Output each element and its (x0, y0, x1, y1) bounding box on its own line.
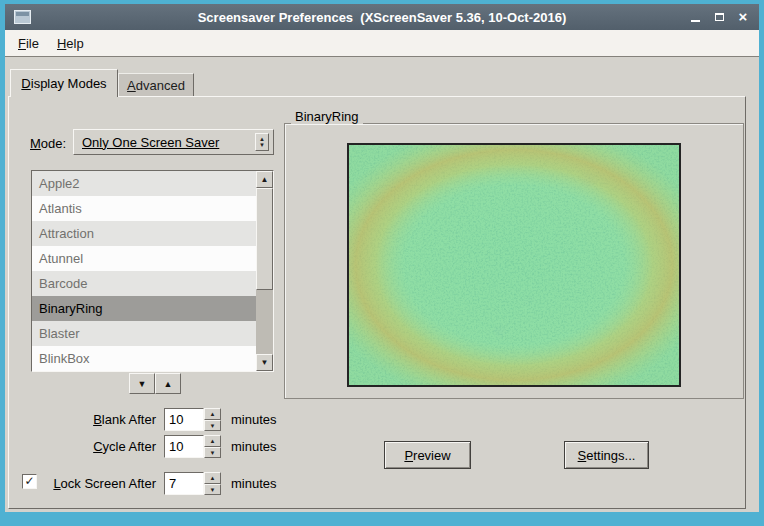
move-down-button[interactable]: ▼ (129, 373, 155, 394)
preview-button-label: Preview (404, 448, 450, 463)
list-item[interactable]: BinaryRing (32, 296, 256, 321)
scrollbar-thumb[interactable] (256, 188, 273, 290)
settings-button-label: Settings... (578, 448, 636, 463)
up-arrow-icon: ▲ (164, 379, 173, 389)
scroll-down-icon: ▼ (261, 358, 269, 367)
cycle-after-spinner: ▲ ▼ (164, 435, 221, 458)
tab-advanced-label: Advanced (127, 78, 185, 93)
list-item[interactable]: Apple2 (32, 171, 256, 196)
blank-after-input[interactable] (164, 408, 204, 431)
close-button[interactable]: × (734, 8, 752, 26)
window-controls: × (686, 4, 752, 30)
window-icon (14, 10, 31, 24)
move-up-button[interactable]: ▲ (155, 373, 181, 394)
lock-after-down-button[interactable]: ▼ (204, 484, 221, 495)
scroll-down-button[interactable]: ▼ (256, 354, 273, 371)
menu-file[interactable]: File (9, 33, 48, 54)
dropdown-spinner-icon: ▲▼ (255, 133, 269, 151)
cycle-after-up-button[interactable]: ▲ (204, 435, 221, 447)
mode-label: Mode: (30, 136, 66, 151)
spin-up-icon: ▲ (210, 438, 216, 444)
close-icon: × (739, 9, 748, 25)
xscreensaver-window: Screensaver Preferences (XScreenSaver 5.… (5, 4, 759, 512)
binaryring-preview-art (349, 145, 679, 385)
cycle-after-stepper: ▲ ▼ (204, 435, 221, 458)
screensaver-list-rows: Apple2 Atlantis Attraction Atunnel Barco… (32, 171, 256, 371)
tab-advanced[interactable]: Advanced (118, 73, 194, 96)
mode-dropdown[interactable]: Only One Screen Saver ▲▼ (73, 129, 274, 155)
check-icon: ✓ (24, 474, 34, 488)
menu-help[interactable]: Help (48, 33, 93, 54)
main-content: Display Modes Advanced Mode: Only One Sc… (5, 57, 759, 512)
titlebar[interactable]: Screensaver Preferences (XScreenSaver 5.… (5, 4, 759, 30)
window-frame: Screensaver Preferences (XScreenSaver 5.… (0, 0, 764, 526)
spin-down-icon: ▼ (210, 423, 216, 429)
restore-button[interactable] (710, 8, 728, 26)
lock-after-spinner: ▲ ▼ (164, 472, 221, 495)
lock-after-stepper: ▲ ▼ (204, 472, 221, 495)
list-item[interactable]: BlinkBox (32, 346, 256, 371)
window-title: Screensaver Preferences (XScreenSaver 5.… (5, 10, 759, 25)
cycle-after-label: Cycle After (39, 439, 156, 454)
lock-after-label: Lock Screen After (43, 476, 156, 491)
cycle-after-input[interactable] (164, 435, 204, 458)
list-item[interactable]: Attraction (32, 221, 256, 246)
lock-after-input[interactable] (164, 472, 204, 495)
lock-after-up-button[interactable]: ▲ (204, 472, 221, 484)
lock-after-unit: minutes (231, 476, 277, 491)
cycle-after-unit: minutes (231, 439, 277, 454)
list-item[interactable]: Blaster (32, 321, 256, 346)
scroll-up-icon: ▲ (261, 175, 269, 184)
display-modes-panel: Mode: Only One Screen Saver ▲▼ Apple2 At… (8, 96, 746, 509)
spin-down-icon: ▼ (210, 450, 216, 456)
list-item[interactable]: Atlantis (32, 196, 256, 221)
blank-after-spinner: ▲ ▼ (164, 408, 221, 431)
blank-after-label: Blank After (39, 412, 156, 427)
preview-frame-label: BinaryRing (291, 109, 363, 124)
spin-up-icon: ▲ (210, 411, 216, 417)
cycle-after-down-button[interactable]: ▼ (204, 447, 221, 458)
blank-after-down-button[interactable]: ▼ (204, 420, 221, 431)
scroll-up-button[interactable]: ▲ (256, 171, 273, 188)
minimize-button[interactable] (686, 8, 704, 26)
menubar: File Help (5, 30, 759, 57)
down-arrow-icon: ▼ (138, 379, 147, 389)
lock-checkbox[interactable]: ✓ (22, 474, 37, 489)
screensaver-list: Apple2 Atlantis Attraction Atunnel Barco… (31, 170, 274, 372)
blank-after-up-button[interactable]: ▲ (204, 408, 221, 420)
list-item[interactable]: Atunnel (32, 246, 256, 271)
spin-up-icon: ▲ (210, 475, 216, 481)
tab-display-modes[interactable]: Display Modes (10, 69, 118, 97)
list-scrollbar[interactable]: ▲ ▼ (256, 171, 273, 371)
settings-button[interactable]: Settings... (564, 441, 649, 469)
minimize-icon (691, 20, 700, 22)
preview-image (347, 143, 681, 387)
blank-after-unit: minutes (231, 412, 277, 427)
spin-down-icon: ▼ (210, 487, 216, 493)
preview-button[interactable]: Preview (384, 441, 471, 469)
list-item[interactable]: Barcode (32, 271, 256, 296)
blank-after-stepper: ▲ ▼ (204, 408, 221, 431)
mode-dropdown-value: Only One Screen Saver (82, 135, 255, 150)
restore-icon (715, 13, 724, 21)
tab-display-modes-label: Display Modes (21, 76, 106, 91)
